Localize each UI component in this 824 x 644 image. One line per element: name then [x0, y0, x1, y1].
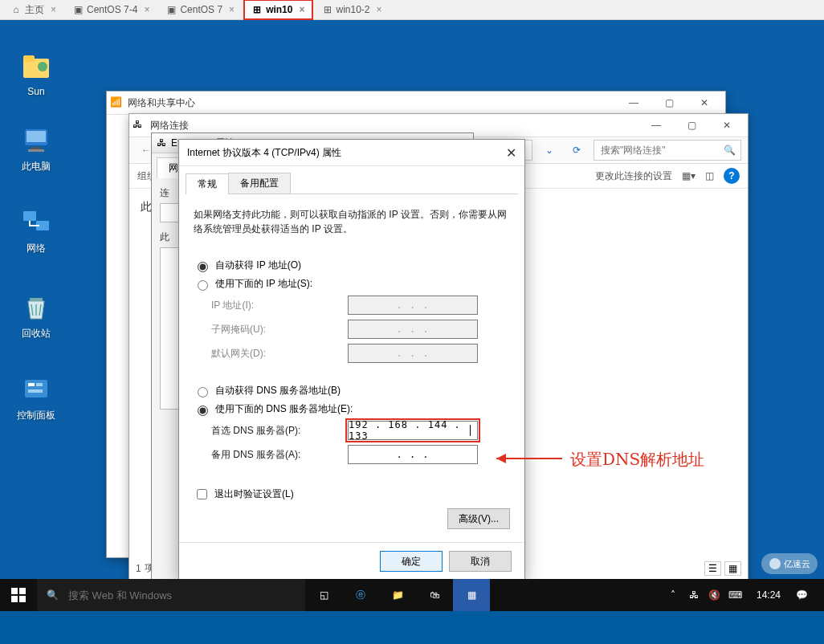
close-button[interactable]: ✕ [687, 92, 722, 114]
radio-input[interactable] [198, 406, 208, 416]
button-label: 确定 [402, 555, 421, 569]
advanced-button[interactable]: 高级(V)... [447, 508, 510, 529]
vm-tab-label: CentOS 7 [180, 4, 222, 15]
radio-label: 自动获得 DNS 服务器地址(B) [215, 384, 341, 397]
explorer-button[interactable]: 📁 [379, 579, 416, 611]
minimize-button[interactable]: — [638, 114, 674, 137]
dns-fields-group: 首选 DNS 服务器(P):192 . 168 . 144 . 133 备用 D… [211, 421, 510, 464]
start-button[interactable] [0, 579, 37, 611]
svg-rect-7 [28, 149, 44, 152]
tab-alternate[interactable]: 备用配置 [228, 173, 291, 194]
tray-volume-icon[interactable]: 🔇 [707, 579, 723, 611]
desktop-icon-network[interactable]: 网络 [8, 206, 64, 255]
show-desktop-button[interactable] [814, 579, 821, 611]
icons-view-button[interactable]: ▦ [724, 561, 741, 576]
vm-tab-label: 主页 [25, 3, 44, 17]
svg-rect-5 [27, 131, 46, 142]
taskbar: 🔍 ◱ ⓔ 📁 🛍 ▦ ˄ 🖧 🔇 ⌨ 14:24 💬 [0, 579, 824, 611]
network-icon [20, 206, 52, 238]
desktop-icon-control-panel[interactable]: 控制面板 [8, 373, 64, 422]
vm-tab-centos7[interactable]: ▣ CentOS 7 × [158, 0, 242, 19]
view-switcher: ☰ ▦ [704, 561, 741, 576]
field-value: . . . [396, 449, 429, 460]
system-tray: ˄ 🖧 🔇 ⌨ 14:24 💬 [665, 579, 824, 611]
radio-manual-dns[interactable]: 使用下面的 DNS 服务器地址(E): [194, 402, 510, 416]
maximize-button[interactable]: ▢ [674, 114, 709, 137]
close-icon[interactable]: × [299, 4, 304, 15]
watermark-text: 亿速云 [784, 558, 810, 570]
preview-pane-button[interactable]: ◫ [705, 170, 714, 181]
radio-auto-dns[interactable]: 自动获得 DNS 服务器地址(B) [194, 384, 510, 397]
tab-panel-general: 如果网络支持此功能，则可以获取自动指派的 IP 设置。否则，你需要从网络系统管理… [179, 194, 524, 542]
vm-tab-win10[interactable]: ⊞ win10 × [243, 0, 312, 20]
close-icon[interactable]: × [51, 4, 56, 15]
radio-auto-ip[interactable]: 自动获得 IP 地址(O) [194, 259, 510, 272]
tray-chevron-icon[interactable]: ˄ [665, 579, 681, 611]
windows-icon: ⊞ [322, 4, 333, 15]
radio-manual-ip[interactable]: 使用下面的 IP 地址(S): [194, 277, 510, 291]
refresh-button[interactable]: ⟳ [566, 140, 587, 161]
description-text: 如果网络支持此功能，则可以获取自动指派的 IP 设置。否则，你需要从网络系统管理… [194, 207, 510, 236]
windows-icon: ⊞ [251, 4, 263, 15]
recycle-bin-icon [20, 291, 52, 324]
action-center-button[interactable]: 💬 [793, 579, 810, 611]
edge-button[interactable]: ⓔ [342, 579, 379, 611]
icon-label: 控制面板 [17, 410, 55, 421]
tab-bar: 常规 备用配置 [186, 173, 518, 194]
tray-network-icon[interactable]: 🖧 [686, 579, 702, 611]
icon-label: 此电脑 [22, 161, 51, 172]
dialog-titlebar[interactable]: Internet 协议版本 4 (TCP/IPv4) 属性 ✕ [179, 140, 524, 166]
secondary-dns-field[interactable]: . . . [348, 445, 478, 464]
vm-tab-home[interactable]: ⌂ 主页 × [3, 0, 63, 19]
taskbar-search[interactable]: 🔍 [37, 579, 305, 611]
desktop-icon-recycle[interactable]: 回收站 [8, 291, 64, 340]
close-icon[interactable]: × [377, 4, 382, 15]
close-button[interactable]: ✕ [709, 114, 744, 137]
clock[interactable]: 14:24 [749, 589, 789, 601]
control-panel-task-button[interactable]: ▦ [453, 579, 490, 611]
tab-general[interactable]: 常规 [186, 173, 229, 194]
help-button[interactable]: ? [724, 168, 740, 184]
cmd-change-settings[interactable]: 更改此连接的设置 [595, 169, 672, 183]
primary-dns-field[interactable]: 192 . 168 . 144 . 133 [348, 421, 478, 440]
close-icon[interactable]: × [144, 4, 149, 15]
close-icon[interactable]: × [229, 4, 235, 15]
radio-input[interactable] [198, 280, 208, 291]
search-field[interactable] [67, 589, 205, 602]
minimize-button[interactable]: — [616, 92, 651, 114]
control-panel-icon: 📶 [110, 96, 123, 109]
search-input[interactable]: 🔍 [594, 140, 741, 161]
label-dns2: 备用 DNS 服务器(A): [211, 448, 348, 462]
radio-input[interactable] [198, 387, 208, 397]
store-button[interactable]: 🛍 [416, 579, 453, 611]
subnet-mask-field: . . . [348, 320, 478, 339]
search-field[interactable] [599, 144, 724, 157]
tray-ime-icon[interactable]: ⌨ [728, 579, 744, 611]
svg-rect-10 [30, 298, 43, 301]
view-icons-button[interactable]: ▦▾ [682, 170, 696, 181]
cancel-button[interactable]: 取消 [449, 551, 512, 572]
vm-tab-centos7-4[interactable]: ▣ CentOS 7-4 × [65, 0, 157, 19]
text-cursor [470, 425, 471, 436]
svg-rect-14 [28, 389, 43, 393]
vm-tab-label: win10-2 [337, 4, 370, 15]
titlebar[interactable]: 📶 网络和共享中心 — ▢ ✕ [107, 92, 725, 115]
desktop-icon-this-pc[interactable]: 此电脑 [8, 124, 64, 173]
dropdown-button[interactable]: ⌄ [539, 140, 560, 161]
radio-input[interactable] [198, 262, 208, 272]
details-view-button[interactable]: ☰ [704, 561, 721, 576]
centos-icon: ▣ [72, 4, 84, 15]
svg-rect-2 [23, 55, 35, 62]
checkbox-input[interactable] [197, 489, 207, 499]
desktop-icon-user[interactable]: Sun [8, 51, 64, 97]
maximize-button[interactable]: ▢ [651, 92, 687, 114]
vm-tab-win10-2[interactable]: ⊞ win10-2 × [315, 0, 390, 19]
button-label: 取消 [471, 555, 490, 569]
svg-rect-16 [11, 588, 18, 594]
svg-rect-13 [36, 383, 43, 386]
close-button[interactable]: ✕ [506, 145, 516, 161]
task-view-button[interactable]: ◱ [305, 579, 342, 611]
validate-on-exit-checkbox[interactable]: 退出时验证设置(L) [194, 487, 510, 502]
search-icon: 🔍 [724, 145, 736, 156]
ok-button[interactable]: 确定 [380, 551, 443, 572]
